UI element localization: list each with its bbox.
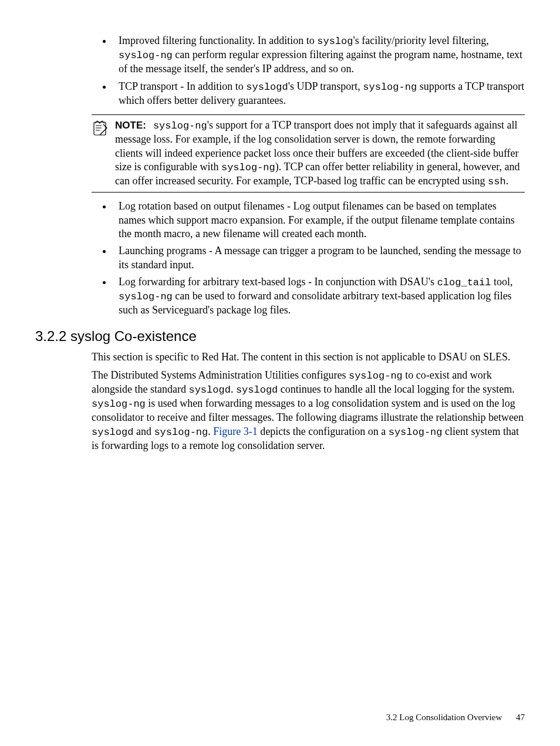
footer-section: 3.2 Log Consolidation Overview xyxy=(386,713,502,722)
list-item: TCP transport - In addition to syslogd's… xyxy=(113,80,525,107)
text: Launching programs - A message can trigg… xyxy=(119,245,521,270)
code: syslogd xyxy=(246,82,288,93)
code: syslogd xyxy=(236,384,278,396)
note-icon xyxy=(92,119,115,140)
text: 's facility/priority level filtering, xyxy=(353,35,488,46)
figure-reference-link[interactable]: Figure 3-1 xyxy=(213,426,258,437)
page-content: Improved filtering functionality. In add… xyxy=(0,0,560,453)
code: clog_tail xyxy=(437,277,491,288)
text: 's UDP transport, xyxy=(288,80,363,92)
text: Log rotation based on output filenames -… xyxy=(119,200,515,239)
code: syslog-ng xyxy=(363,82,417,93)
text: is used when forwarding messages to a lo… xyxy=(92,397,524,423)
code: syslog xyxy=(317,36,353,47)
note-label: NOTE: xyxy=(115,120,146,131)
text: Improved filtering functionality. In add… xyxy=(119,35,317,46)
code: syslog-ng xyxy=(92,399,146,410)
text: depicts the configuration on a xyxy=(258,426,389,437)
code: syslog-ng xyxy=(389,427,443,438)
code: syslog-ng xyxy=(221,162,275,173)
note-block: NOTE:syslog-ng's support for a TCP trans… xyxy=(92,114,525,193)
text: continues to handle all the local loggin… xyxy=(278,383,514,395)
list-item: Improved filtering functionality. In add… xyxy=(113,34,525,76)
code: syslog-ng xyxy=(153,120,207,131)
code: syslog-ng xyxy=(119,50,173,61)
svg-rect-0 xyxy=(94,122,106,135)
text: . xyxy=(208,426,213,437)
code: syslog-ng xyxy=(154,427,208,438)
bullet-list-1: Improved filtering functionality. In add… xyxy=(92,34,525,107)
text: tool, xyxy=(491,276,512,288)
code: syslog-ng xyxy=(119,291,173,302)
code: syslog-ng xyxy=(349,370,403,382)
bullet-list-2: Log rotation based on output filenames -… xyxy=(92,200,525,318)
code: syslogd xyxy=(188,384,230,396)
text: can perform regular expression filtering… xyxy=(119,49,522,75)
text: TCP transport - In addition to xyxy=(119,80,246,92)
code: syslogd xyxy=(92,427,133,438)
section-heading: 3.2.2 syslog Co-existence xyxy=(35,328,525,345)
text: can be used to forward and consolidate a… xyxy=(119,290,512,316)
code: ssh xyxy=(488,176,506,187)
list-item: Log forwarding for arbitrary text-based … xyxy=(113,275,525,318)
text: and xyxy=(133,426,154,437)
text: Log forwarding for arbitrary text-based … xyxy=(119,276,437,288)
note-text: NOTE:syslog-ng's support for a TCP trans… xyxy=(115,119,525,188)
text: The Distributed Systems Administration U… xyxy=(92,369,349,381)
paragraph: The Distributed Systems Administration U… xyxy=(92,369,525,453)
list-item: Launching programs - A message can trigg… xyxy=(113,244,525,272)
text: . xyxy=(231,383,236,395)
footer-page-number: 47 xyxy=(516,713,525,722)
footer-sep xyxy=(508,713,510,722)
list-item: Log rotation based on output filenames -… xyxy=(113,200,525,241)
paragraph: This section is specific to Red Hat. The… xyxy=(92,350,525,364)
text: . xyxy=(506,175,509,187)
page-footer: 3.2 Log Consolidation Overview 47 xyxy=(386,713,525,723)
